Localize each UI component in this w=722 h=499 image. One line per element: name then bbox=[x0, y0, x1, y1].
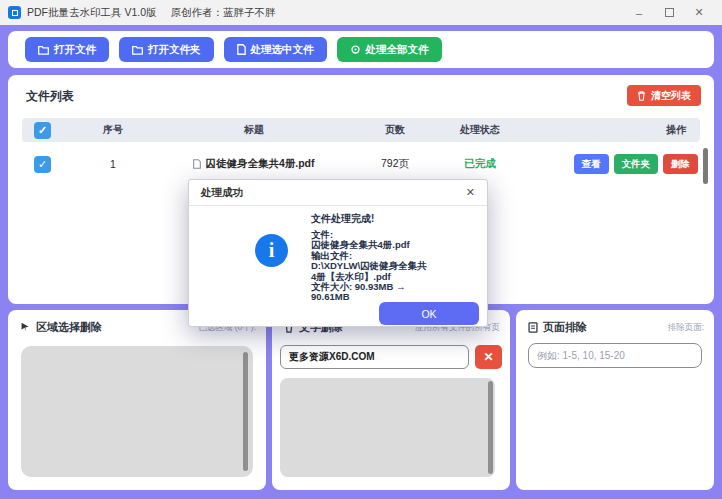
process-selected-button[interactable]: 处理选中文件 bbox=[224, 37, 327, 62]
clear-list-label: 清空列表 bbox=[651, 89, 691, 103]
text-scrollbar[interactable] bbox=[488, 381, 493, 474]
ok-button[interactable]: OK bbox=[379, 302, 479, 325]
gear-icon bbox=[350, 44, 361, 55]
cursor-select-icon bbox=[20, 322, 31, 333]
check-icon: ✓ bbox=[38, 124, 47, 137]
row-pages: 792页 bbox=[360, 157, 430, 171]
maximize-button[interactable] bbox=[654, 3, 684, 23]
process-all-button[interactable]: 处理全部文件 bbox=[337, 37, 442, 62]
folder-button[interactable]: 文件夹 bbox=[614, 154, 659, 174]
dialog-title: 处理成功 bbox=[201, 186, 243, 200]
open-folder-button[interactable]: 打开文件夹 bbox=[119, 37, 214, 62]
region-scrollbar[interactable] bbox=[243, 352, 248, 471]
app-author: 原创作者：蓝胖子不胖 bbox=[171, 6, 276, 20]
row-checkbox[interactable]: ✓ bbox=[34, 156, 51, 173]
region-delete-title: 区域选择删除 bbox=[36, 320, 102, 335]
dialog-close-icon[interactable]: ✕ bbox=[466, 186, 475, 199]
process-all-label: 处理全部文件 bbox=[366, 43, 429, 57]
text-delete-panel: 文字删除 应用所有文件的所有页 ✕ bbox=[272, 310, 510, 490]
titlebar: PDF批量去水印工具 V1.0版 原创作者：蓝胖子不胖 – ✕ bbox=[0, 0, 722, 25]
page-exclude-hint: 排除页面: bbox=[668, 322, 704, 334]
row-index: 1 bbox=[78, 158, 148, 170]
app-title: PDF批量去水印工具 V1.0版 bbox=[27, 6, 157, 20]
maximize-icon bbox=[665, 8, 674, 17]
clear-list-button[interactable]: 清空列表 bbox=[627, 85, 701, 106]
dialog-details: 文件: 囚徒健身全集共4册.pdf 输出文件: D:\XDYLW\囚徒健身全集共… bbox=[311, 230, 481, 303]
check-icon: ✓ bbox=[38, 158, 47, 171]
folder-icon bbox=[132, 45, 143, 55]
region-list-area[interactable] bbox=[21, 346, 253, 477]
folder-open-icon bbox=[38, 45, 49, 55]
app-icon bbox=[8, 6, 21, 19]
col-status: 处理状态 bbox=[430, 123, 530, 137]
row-status: 已完成 bbox=[430, 157, 530, 171]
trash-icon bbox=[637, 91, 646, 101]
file-list-title: 文件列表 bbox=[26, 88, 74, 105]
window-controls: – ✕ bbox=[624, 3, 714, 23]
col-actions: 操作 bbox=[530, 123, 700, 137]
page-exclude-title: 页面排除 bbox=[543, 320, 587, 335]
view-button[interactable]: 查看 bbox=[574, 154, 609, 174]
open-file-button[interactable]: 打开文件 bbox=[25, 37, 109, 62]
process-selected-label: 处理选中文件 bbox=[251, 43, 314, 57]
minimize-button[interactable]: – bbox=[624, 3, 654, 23]
open-folder-label: 打开文件夹 bbox=[148, 43, 201, 57]
text-list-area[interactable] bbox=[280, 378, 495, 477]
page-icon bbox=[528, 322, 538, 333]
open-file-label: 打开文件 bbox=[54, 43, 96, 57]
page-exclude-panel: 页面排除 排除页面: bbox=[516, 310, 714, 490]
file-list-scrollbar[interactable] bbox=[703, 148, 708, 184]
delete-button[interactable]: 删除 bbox=[663, 154, 698, 174]
region-delete-panel: 区域选择删除 已选区域 (0个): bbox=[8, 310, 266, 490]
table-row: ✓ 1 囚徒健身全集共4册.pdf 792页 已完成 查看 文件夹 删除 bbox=[22, 149, 700, 179]
row-title: 囚徒健身全集共4册.pdf bbox=[205, 157, 314, 171]
app-icon-inner bbox=[12, 10, 18, 16]
col-title: 标题 bbox=[148, 123, 360, 137]
info-icon: i bbox=[255, 234, 288, 267]
remove-text-button[interactable]: ✕ bbox=[475, 345, 502, 369]
success-dialog: 处理成功 ✕ 文件处理完成! i 文件: 囚徒健身全集共4册.pdf 输出文件:… bbox=[188, 179, 488, 327]
col-pages: 页数 bbox=[360, 123, 430, 137]
page-exclude-input[interactable] bbox=[528, 343, 702, 368]
select-all-checkbox[interactable]: ✓ bbox=[34, 122, 51, 139]
col-index: 序号 bbox=[78, 123, 148, 137]
watermark-text-input[interactable] bbox=[280, 345, 469, 369]
file-icon bbox=[237, 44, 246, 55]
toolbar: 打开文件 打开文件夹 处理选中文件 处理全部文件 bbox=[8, 31, 714, 68]
close-button[interactable]: ✕ bbox=[684, 3, 714, 23]
dialog-message: 文件处理完成! bbox=[311, 212, 374, 226]
document-icon bbox=[193, 159, 201, 169]
table-header: ✓ 序号 标题 页数 处理状态 操作 bbox=[22, 118, 700, 142]
